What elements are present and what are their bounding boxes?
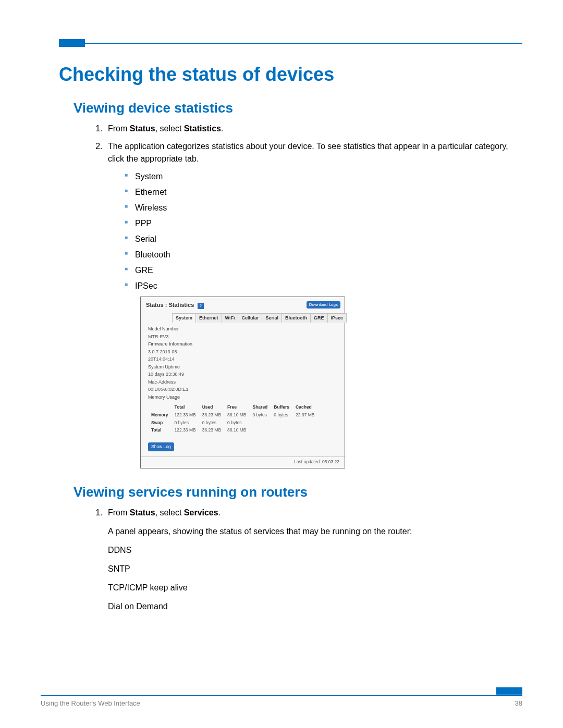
cell: 0 bytes [250, 411, 271, 419]
tab-serial[interactable]: Serial [262, 313, 282, 323]
panel-title-wrap: Status : Statistics ? [146, 301, 204, 310]
col-blank [148, 403, 172, 411]
table-row: Memory 122.33 MB 36.23 MB 86.10 MB 0 byt… [148, 411, 317, 419]
tab-bluetooth[interactable]: Bluetooth [282, 313, 311, 323]
cell [271, 426, 292, 434]
page-footer: Using the Router's Web Interface 38 [41, 695, 522, 707]
firmware-value-2: 20T14:04:14 [148, 356, 339, 363]
cell [250, 419, 271, 427]
mac-label: Mac-Address [148, 379, 339, 386]
tabs-row: System Ethernet WiFi Cellular Serial Blu… [172, 313, 340, 323]
section-heading-services: Viewing services running on routers [74, 484, 522, 500]
list-item: Wireless [125, 202, 522, 214]
text: , select [155, 124, 184, 133]
steps-list-1: From Status, select Statistics. The appl… [90, 122, 522, 468]
cell: 36.23 MB [199, 426, 224, 434]
model-number-value: MTR-EV3 [148, 334, 339, 341]
footer-title: Using the Router's Web Interface [41, 699, 140, 707]
uptime-label: System Uptime [148, 364, 339, 371]
page-body: Checking the status of devices Viewing d… [0, 0, 563, 613]
bold: Statistics [184, 124, 221, 133]
cell: 122.33 MB [172, 411, 199, 419]
cell: 86.10 MB [224, 411, 249, 419]
col-cached: Cached [292, 403, 317, 411]
tab-wifi[interactable]: WiFi [222, 313, 239, 323]
tab-ethernet[interactable]: Ethernet [195, 313, 222, 323]
table-row: Total 122.33 MB 36.23 MB 86.10 MB [148, 426, 317, 434]
step-1: From Status, select Statistics. [105, 122, 522, 135]
firmware-label: Firmware Information [148, 341, 339, 348]
bold: Status [130, 124, 155, 133]
col-total: Total [172, 403, 199, 411]
category-list: System Ethernet Wireless PPP Serial Blue… [125, 170, 522, 292]
page-number: 38 [515, 699, 522, 707]
list-item: Serial [125, 233, 522, 245]
system-info-block: Model Number MTR-EV3 Firmware Informatio… [141, 323, 345, 402]
row-label: Swap [148, 419, 172, 427]
service-item: Dial on Demand [108, 600, 522, 613]
firmware-value-1: 3.0.7 2013-08- [148, 349, 339, 356]
list-item: System [125, 170, 522, 183]
cell: 36.23 MB [199, 411, 224, 419]
panel-title: Status : Statistics [146, 302, 194, 308]
services-description-block: A panel appears, showing the status of s… [108, 525, 522, 613]
cell: 0 bytes [271, 411, 292, 419]
bold: Status [130, 508, 155, 517]
text: From [108, 124, 130, 133]
list-item: IPSec [125, 280, 522, 292]
show-log-button[interactable]: Show Log [148, 442, 174, 451]
service-item: TCP/ICMP keep alive [108, 582, 522, 594]
tab-ipsec[interactable]: IPsec [327, 313, 347, 323]
service-item: DDNS [108, 544, 522, 557]
cell: 0 bytes [199, 419, 224, 427]
service-item: SNTP [108, 563, 522, 575]
statistics-panel: Status : Statistics ? Download Logs Syst… [140, 297, 345, 468]
cell: 86.10 MB [224, 426, 249, 434]
memory-usage-table: Total Used Free Shared Buffers Cached Me… [148, 403, 317, 434]
row-label: Memory [148, 411, 172, 419]
cell: 22.97 MB [292, 411, 317, 419]
step-2: The application categorizes statistics a… [105, 140, 522, 468]
mac-value: 00:D0:A0:02:0D:E1 [148, 386, 339, 393]
list-item: Bluetooth [125, 249, 522, 261]
text: From [108, 508, 130, 517]
help-icon[interactable]: ? [198, 303, 204, 309]
row-label: Total [148, 426, 172, 434]
col-free: Free [224, 403, 249, 411]
footer-rule-thick [496, 687, 522, 695]
table-row: Swap 0 bytes 0 bytes 0 bytes [148, 419, 317, 427]
download-logs-button[interactable]: Download Logs [307, 301, 340, 309]
cell [292, 419, 317, 427]
memory-usage-label: Memory Usage [148, 394, 339, 401]
tab-gre[interactable]: GRE [310, 313, 328, 323]
uptime-value: 10 days 23:38:49 [148, 371, 339, 378]
list-item: PPP [125, 217, 522, 230]
cell [250, 426, 271, 434]
model-number-label: Model Number [148, 326, 339, 333]
col-buffers: Buffers [271, 403, 292, 411]
cell: 0 bytes [224, 419, 249, 427]
cell [292, 426, 317, 434]
text: The application categorizes statistics a… [108, 142, 508, 163]
cell [271, 419, 292, 427]
tab-cellular[interactable]: Cellular [238, 313, 262, 323]
cell: 122.33 MB [172, 426, 199, 434]
services-desc: A panel appears, showing the status of s… [108, 525, 522, 538]
header-rule [59, 43, 522, 44]
tab-system[interactable]: System [172, 313, 196, 323]
text: , select [155, 508, 184, 517]
col-used: Used [199, 403, 224, 411]
table-header-row: Total Used Free Shared Buffers Cached [148, 403, 317, 411]
step-1: From Status, select Services. A panel ap… [105, 507, 522, 613]
bold: Services [184, 508, 218, 517]
last-updated: Last updated: 05:03:22 [141, 456, 345, 468]
list-item: Ethernet [125, 186, 522, 199]
list-item: GRE [125, 264, 522, 277]
col-shared: Shared [250, 403, 271, 411]
text: . [218, 508, 221, 517]
text: . [221, 124, 223, 133]
section-heading-statistics: Viewing device statistics [74, 100, 522, 116]
page-title: Checking the status of devices [59, 64, 522, 85]
panel-header: Status : Statistics ? Download Logs [141, 297, 345, 312]
cell: 0 bytes [172, 419, 199, 427]
